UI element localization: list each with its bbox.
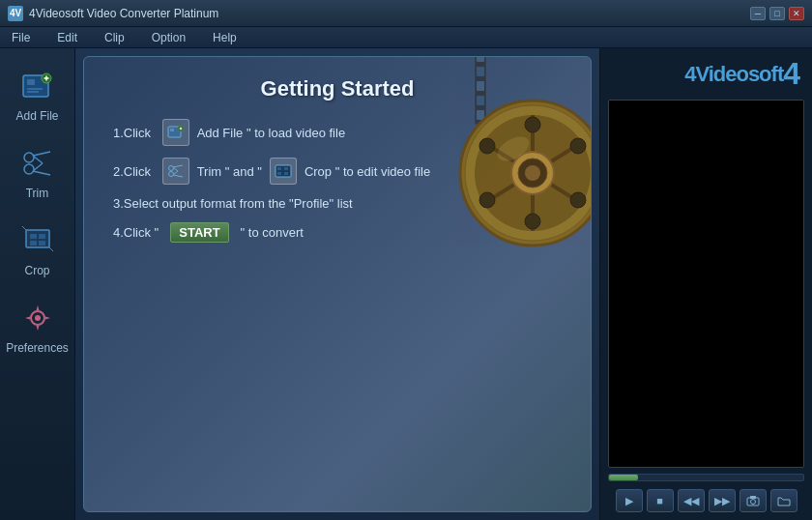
sidebar-item-trim[interactable]: Trim	[5, 135, 71, 211]
svg-line-29	[173, 165, 183, 167]
menu-option[interactable]: Option	[148, 29, 189, 46]
svg-rect-14	[30, 234, 37, 239]
svg-rect-42	[477, 96, 484, 105]
svg-point-55	[570, 138, 586, 154]
sidebar-item-preferences[interactable]: Preferences	[5, 290, 71, 365]
sidebar-trim-label: Trim	[26, 187, 49, 200]
sidebar-preferences-label: Preferences	[6, 341, 69, 355]
svg-rect-35	[284, 167, 288, 170]
svg-point-50	[525, 117, 540, 132]
sidebar-item-add-file[interactable]: Add File	[5, 58, 71, 133]
svg-point-61	[750, 500, 755, 505]
start-badge: START	[170, 222, 228, 243]
add-file-step-icon	[162, 119, 189, 146]
svg-rect-34	[277, 167, 281, 170]
svg-line-12	[33, 163, 43, 171]
play-button[interactable]: ▶	[616, 489, 643, 512]
svg-point-21	[35, 315, 41, 321]
svg-rect-39	[477, 56, 484, 62]
add-file-icon	[20, 69, 55, 103]
svg-line-30	[173, 175, 183, 177]
svg-line-18	[22, 226, 26, 230]
preferences-icon	[20, 301, 55, 335]
sidebar: Add File Trim	[0, 48, 75, 520]
svg-rect-37	[284, 172, 288, 175]
svg-point-8	[24, 164, 34, 174]
window-controls: ─ □ ✕	[750, 7, 804, 20]
svg-rect-62	[750, 496, 756, 499]
maximize-button[interactable]: □	[769, 7, 785, 20]
sidebar-item-crop[interactable]: Crop	[5, 213, 71, 288]
svg-rect-33	[276, 165, 291, 177]
svg-line-9	[33, 152, 50, 156]
svg-rect-23	[170, 129, 174, 131]
svg-rect-1	[27, 79, 35, 85]
brand-area: 4Videosoft 4	[608, 56, 804, 92]
video-preview-area	[608, 100, 804, 468]
progress-bar	[608, 474, 804, 481]
stop-button[interactable]: ■	[647, 489, 674, 512]
progress-fill	[609, 475, 638, 480]
content-area: Getting Started 1.Click Add File " to lo…	[75, 48, 599, 520]
svg-rect-15	[39, 234, 45, 239]
open-folder-control-button[interactable]	[770, 489, 798, 512]
svg-rect-40	[477, 67, 484, 76]
crop-step-icon	[270, 158, 297, 185]
menu-edit[interactable]: Edit	[53, 29, 81, 46]
svg-line-11	[33, 156, 43, 163]
svg-point-51	[525, 214, 540, 229]
rewind-button[interactable]: ◀◀	[678, 489, 705, 512]
svg-line-10	[33, 171, 50, 175]
snapshot-button[interactable]	[740, 489, 767, 512]
svg-rect-17	[39, 241, 45, 246]
sidebar-add-file-label: Add File	[15, 109, 58, 123]
svg-point-52	[479, 138, 495, 154]
trim-icon	[20, 146, 55, 181]
svg-line-19	[49, 247, 53, 251]
svg-point-58	[525, 165, 540, 181]
forward-button[interactable]: ▶▶	[709, 489, 736, 512]
getting-started-panel: Getting Started 1.Click Add File " to lo…	[83, 56, 592, 512]
svg-point-7	[24, 153, 34, 162]
close-button[interactable]: ✕	[789, 7, 804, 20]
titlebar: 4V 4Videosoft Video Converter Platinum ─…	[0, 0, 812, 27]
playback-controls: ▶ ■ ◀◀ ▶▶	[608, 489, 804, 512]
trim-step-icon	[162, 158, 189, 185]
menubar: File Edit Clip Option Help	[0, 27, 812, 48]
minimize-button[interactable]: ─	[750, 7, 766, 20]
brand-name: 4Videosoft	[684, 62, 783, 87]
sidebar-crop-label: Crop	[24, 264, 49, 277]
crop-icon	[20, 223, 55, 258]
menu-help[interactable]: Help	[209, 29, 241, 46]
svg-point-54	[479, 192, 495, 208]
svg-point-28	[168, 172, 173, 177]
svg-rect-16	[30, 241, 37, 246]
menu-file[interactable]: File	[8, 29, 34, 46]
window-title: 4Videosoft Video Converter Platinum	[29, 7, 750, 20]
svg-rect-13	[26, 230, 49, 247]
svg-point-53	[570, 192, 586, 208]
svg-rect-41	[477, 81, 484, 91]
brand-number: 4	[783, 56, 800, 92]
svg-rect-36	[277, 172, 281, 175]
preview-panel: 4Videosoft 4 ▶ ■ ◀◀ ▶▶	[599, 48, 812, 520]
main-area: Add File Trim	[0, 48, 812, 520]
svg-point-27	[168, 166, 173, 171]
menu-clip[interactable]: Clip	[101, 29, 129, 46]
film-reel-decoration	[417, 56, 592, 260]
app-icon: 4V	[8, 6, 23, 21]
